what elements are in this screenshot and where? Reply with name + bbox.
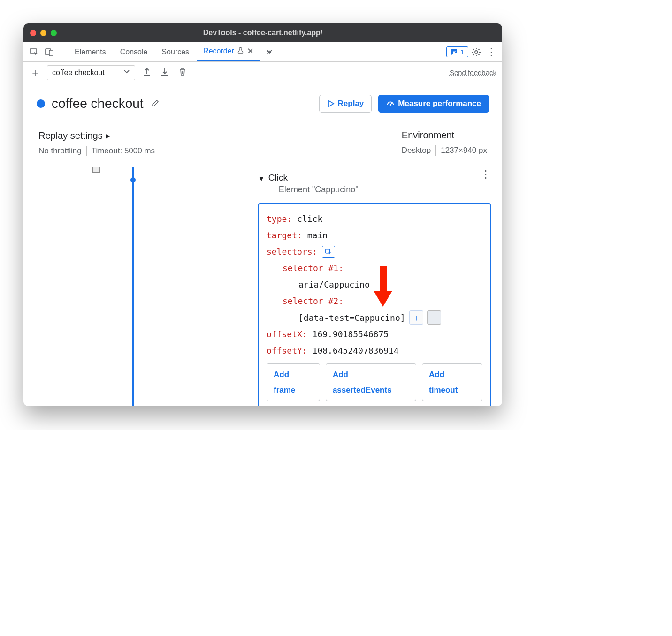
- tab-recorder[interactable]: Recorder ✕: [197, 42, 260, 61]
- timeout-value: Timeout: 5000 ms: [92, 146, 155, 156]
- measure-performance-button[interactable]: Measure performance: [378, 95, 489, 113]
- more-tabs-icon[interactable]: »: [261, 45, 275, 59]
- maximize-window-icon[interactable]: [51, 30, 57, 36]
- import-icon[interactable]: [159, 67, 171, 78]
- panel-tabs: Elements Console Sources Recorder ✕ » 1 …: [23, 42, 502, 62]
- recording-title: coffee checkout: [52, 96, 144, 111]
- edit-title-icon[interactable]: [151, 98, 160, 110]
- add-selector-button[interactable]: ＋: [409, 310, 423, 325]
- svg-point-6: [390, 104, 391, 106]
- selector1-key: selector #1: [283, 263, 338, 273]
- window-title: DevTools - coffee-cart.netlify.app/: [203, 29, 323, 37]
- add-frame-button[interactable]: Add frame: [267, 363, 320, 401]
- devtools-window: DevTools - coffee-cart.netlify.app/ Elem…: [23, 23, 502, 406]
- tab-sources[interactable]: Sources: [155, 42, 196, 61]
- prop-type-key: type: [267, 214, 287, 224]
- prop-selectors-key: selectors: [267, 247, 313, 257]
- pick-selector-icon[interactable]: [322, 246, 335, 258]
- step-title: Click: [268, 173, 359, 183]
- step-menu-icon[interactable]: ⋮: [481, 173, 491, 176]
- prop-offsetx-value[interactable]: 169.90185546875: [313, 329, 389, 339]
- send-feedback-link[interactable]: Send feedback: [450, 68, 496, 76]
- recording-select[interactable]: coffee checkout: [47, 65, 135, 80]
- divider: [62, 47, 62, 57]
- svg-rect-4: [453, 52, 455, 53]
- close-tab-icon[interactable]: ✕: [247, 46, 254, 56]
- add-timeout-button[interactable]: Add timeout: [422, 363, 482, 401]
- device-mode-icon[interactable]: [42, 45, 56, 59]
- chevron-down-icon: [123, 68, 130, 77]
- replay-settings-heading[interactable]: Replay settings ▸: [38, 130, 155, 141]
- prop-type-value[interactable]: click: [297, 214, 322, 224]
- caret-right-icon: ▸: [106, 130, 110, 141]
- steps-area: ▼ Click Element "Cappucino" ⋮ type: clic…: [23, 167, 502, 406]
- throttling-value: No throttling: [38, 146, 82, 156]
- svg-rect-2: [49, 50, 53, 56]
- recording-indicator-icon: [37, 99, 45, 108]
- selector2-key: selector #2: [283, 296, 338, 306]
- prop-target-key: target: [267, 230, 297, 240]
- environment-section: Environment Desktop 1237×940 px: [402, 130, 487, 156]
- traffic-lights: [30, 30, 57, 36]
- kebab-menu-icon[interactable]: ⋮: [484, 45, 498, 59]
- close-window-icon[interactable]: [30, 30, 36, 36]
- recorder-toolbar: ＋ coffee checkout Send feedback: [23, 62, 502, 83]
- timeline-node-icon: [130, 177, 136, 182]
- inspect-icon[interactable]: [27, 45, 41, 59]
- viewport-value: 1237×940 px: [441, 146, 487, 155]
- add-asserted-events-button[interactable]: Add assertedEvents: [326, 363, 416, 401]
- minimize-window-icon[interactable]: [40, 30, 46, 36]
- gear-icon[interactable]: [469, 45, 483, 59]
- new-recording-icon[interactable]: ＋: [29, 66, 41, 80]
- recording-header: coffee checkout Replay Measure performan…: [23, 83, 502, 121]
- window-titlebar: DevTools - coffee-cart.netlify.app/: [23, 23, 502, 42]
- selector1-value[interactable]: aria/Cappucino: [298, 280, 370, 289]
- divider: [86, 146, 87, 156]
- replay-settings-section: Replay settings ▸ No throttling Timeout:…: [38, 130, 155, 156]
- prop-target-value[interactable]: main: [307, 230, 328, 240]
- issues-count: 1: [460, 48, 464, 56]
- replay-button-label: Replay: [338, 99, 364, 108]
- tab-elements[interactable]: Elements: [68, 42, 113, 61]
- tab-recorder-label: Recorder: [203, 47, 234, 55]
- caret-down-icon[interactable]: ▼: [258, 175, 265, 182]
- issues-badge[interactable]: 1: [446, 46, 468, 57]
- prop-offsety-key: offsetY: [267, 346, 302, 356]
- export-icon[interactable]: [141, 67, 153, 78]
- delete-icon[interactable]: [176, 67, 189, 78]
- step-thumbnail[interactable]: [61, 167, 103, 198]
- recording-meta: Replay settings ▸ No throttling Timeout:…: [23, 121, 502, 167]
- tab-console[interactable]: Console: [114, 42, 154, 61]
- environment-heading: Environment: [402, 130, 487, 141]
- selector2-value[interactable]: [data-test=Cappucino]: [298, 310, 405, 326]
- annotation-arrow-icon: [372, 266, 394, 310]
- svg-rect-8: [380, 266, 387, 292]
- svg-rect-3: [453, 51, 456, 52]
- device-value: Desktop: [402, 146, 431, 155]
- thumbnail-column: [23, 167, 127, 398]
- replay-button[interactable]: Replay: [319, 95, 372, 113]
- prop-offsetx-key: offsetX: [267, 329, 302, 339]
- divider: [435, 145, 436, 156]
- flask-icon: [237, 47, 244, 55]
- timeline-line: [132, 167, 134, 406]
- svg-point-5: [475, 51, 478, 53]
- measure-button-label: Measure performance: [398, 99, 481, 108]
- step-subtitle: Element "Cappucino": [279, 185, 359, 195]
- recording-select-value: coffee checkout: [52, 68, 105, 77]
- prop-offsety-value[interactable]: 108.6452407836914: [313, 346, 399, 356]
- remove-selector-button[interactable]: －: [427, 310, 441, 325]
